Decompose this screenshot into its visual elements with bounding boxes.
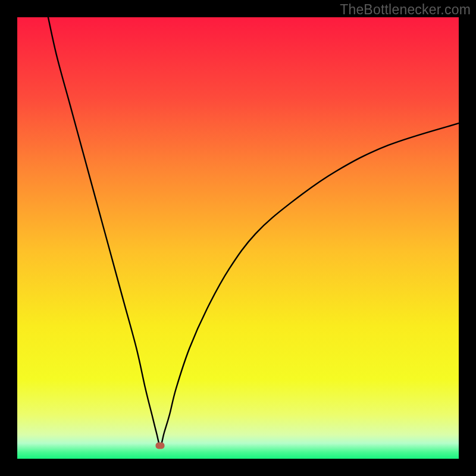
- optimal-point-marker: [156, 442, 165, 449]
- bottleneck-curve: [17, 17, 459, 459]
- chart-frame: TheBottlenecker.com: [0, 0, 476, 476]
- plot-area: [17, 17, 459, 459]
- watermark-text: TheBottlenecker.com: [340, 2, 471, 18]
